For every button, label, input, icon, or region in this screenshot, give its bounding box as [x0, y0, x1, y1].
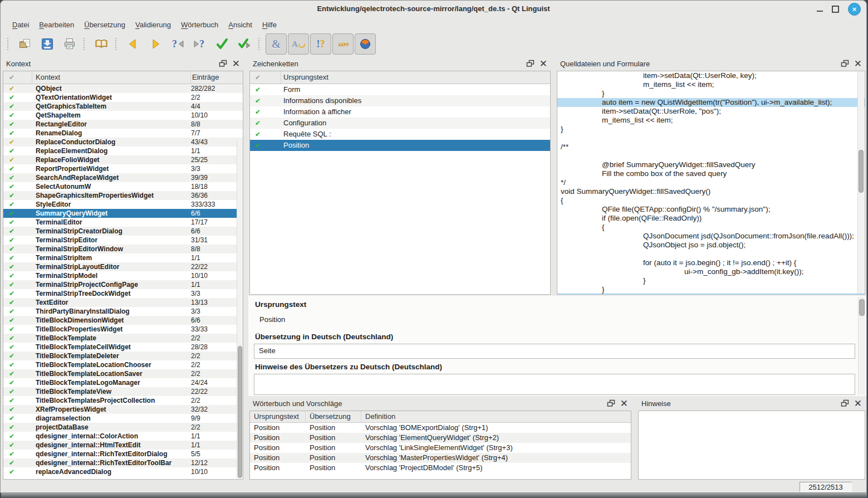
menu-item[interactable]: Hilfe: [257, 18, 282, 31]
place-markers-toggle[interactable]: [355, 33, 376, 55]
suggestion-row[interactable]: Position Position Vorschlag 'ProjectDBMo…: [250, 463, 631, 473]
phrasebook-table-header[interactable]: Ursprungstext Übersetzung Definition: [250, 411, 631, 423]
close-icon[interactable]: ✕: [620, 399, 628, 408]
table-row[interactable]: ✔ TerminalStripEditorWindow 8/8: [3, 245, 243, 253]
float-icon[interactable]: [219, 60, 227, 67]
column-header-definition[interactable]: Definition: [361, 411, 631, 422]
column-header-uebersetzung[interactable]: Übersetzung: [306, 411, 361, 422]
phrasebook-button[interactable]: [91, 33, 112, 55]
menu-item[interactable]: Wörterbuch: [176, 18, 223, 31]
table-row[interactable]: ✔ TitleBlockTemplateDeleter 2/2: [3, 351, 243, 360]
table-row[interactable]: ✔ ReplaceFolioWidget 25/25: [3, 155, 243, 164]
table-row[interactable]: ✔ TitleBlockTemplateLogoManager 24/24: [3, 378, 243, 387]
previous-button[interactable]: [122, 33, 144, 55]
context-table-header[interactable]: ✔ Kontext Einträge: [3, 71, 243, 84]
menu-item[interactable]: Bearbeiten: [34, 18, 79, 31]
string-row[interactable]: ✔ Requête SQL :: [250, 129, 550, 140]
close-icon[interactable]: ✕: [854, 399, 862, 408]
done-and-next-button[interactable]: [234, 33, 255, 55]
table-row[interactable]: ✔ SearchAndReplaceWidget 39/39: [3, 173, 243, 182]
table-row[interactable]: ✔ TitleBlockTemplateLocationSaver 2/2: [3, 369, 243, 378]
column-header-ursprungstext[interactable]: Ursprungstext: [281, 71, 550, 84]
table-row[interactable]: ✔ qdesigner_internal::HtmlTextEdit 1/1: [3, 441, 243, 450]
table-row[interactable]: ✔ ShapeGraphicsItemPropertiesWidget 36/3…: [3, 191, 243, 200]
menu-item[interactable]: Übersetzung: [79, 18, 130, 31]
surrounding-whitespace-toggle[interactable]: A: [288, 33, 309, 55]
column-header-kontext[interactable]: Kontext: [32, 71, 191, 84]
string-row[interactable]: ✔ Information à afficher: [250, 106, 550, 118]
table-row[interactable]: ✔ QetGraphicsTableItem 4/4: [3, 102, 243, 111]
table-row[interactable]: ✔ SummaryQueryWidget 6/6: [3, 209, 243, 218]
ending-punctuation-toggle[interactable]: !?: [310, 33, 331, 55]
table-row[interactable]: ✔ qdesigner_internal::RichTextEditorTool…: [3, 458, 243, 467]
done-button[interactable]: [212, 33, 233, 55]
translation-input[interactable]: Seite: [254, 344, 855, 359]
close-icon[interactable]: ✕: [232, 59, 240, 69]
scrollbar[interactable]: [858, 297, 865, 395]
table-row[interactable]: ✔ TitleBlockTemplateView 22/22: [3, 387, 243, 396]
phrase-matches-toggle[interactable]: “”: [332, 33, 354, 55]
table-row[interactable]: ✔ TerminalStripEditor 31/31: [3, 236, 243, 245]
table-row[interactable]: ✔ SelectAutonumW 18/18: [3, 182, 243, 191]
table-row[interactable]: ✔ projectDataBase 2/2: [3, 423, 243, 432]
table-row[interactable]: ✔ RenameDialog 7/7: [3, 129, 243, 138]
table-row[interactable]: ✔ TerminalStripProjectConfigPage 1/1: [3, 280, 243, 289]
table-row[interactable]: ✔ TerminalStripModel 10/10: [3, 271, 243, 280]
previous-unfinished-button[interactable]: ?: [167, 33, 188, 55]
menu-item[interactable]: Datei: [7, 18, 34, 31]
table-row[interactable]: ✔ TitleBlockTemplatesProjectCollection 2…: [3, 396, 243, 405]
table-row[interactable]: ✔ TitleBlockTemplateCellWidget 28/28: [3, 343, 243, 351]
table-row[interactable]: ✔ ThirdPartyBinaryInstallDialog 3/3: [3, 307, 243, 316]
open-button[interactable]: [14, 33, 36, 55]
scrollbar-thumb[interactable]: [859, 150, 864, 193]
string-row[interactable]: ✔ Informations disponibles: [250, 95, 550, 106]
table-row[interactable]: ✔ QTextOrientationWidget 2/2: [3, 93, 243, 102]
scrollbar-thumb[interactable]: [238, 346, 242, 478]
table-row[interactable]: ✔ TerminalEditor 17/17: [3, 218, 243, 227]
table-row[interactable]: ✔ TitleBlockTemplateLocationChooser 2/2: [3, 360, 243, 369]
table-row[interactable]: ✔ TerminalStripLayoutEditor 22/22: [3, 262, 243, 271]
suggestion-row[interactable]: Position Position Vorschlag 'ElementQuer…: [250, 433, 631, 443]
table-row[interactable]: ✔ StyleEditor 333/333: [3, 200, 243, 209]
accelerators-toggle[interactable]: &: [266, 33, 287, 55]
table-row[interactable]: ✔ ReplaceElementDialog 1/1: [3, 147, 243, 155]
table-row[interactable]: ✔ ReplaceConductorDialog 43/43: [3, 138, 243, 147]
close-icon[interactable]: ✕: [540, 59, 547, 69]
close-icon[interactable]: ×: [848, 3, 861, 16]
float-icon[interactable]: [526, 60, 534, 67]
table-row[interactable]: ✔ XRefPropertiesWidget 32/32: [3, 405, 243, 414]
table-row[interactable]: ✔ TerminalStripCreatorDialog 6/6: [3, 227, 243, 236]
table-row[interactable]: ✔ RectangleEditor 8/8: [3, 120, 243, 129]
table-row[interactable]: ✔ TerminalStripTreeDockWidget 3/3: [3, 289, 243, 298]
table-row[interactable]: ✔ TitleBlockTemplate 2/2: [3, 334, 243, 343]
close-icon[interactable]: ✕: [854, 59, 862, 69]
suggestion-row[interactable]: Position Position Vorschlag 'LinkSingleE…: [250, 443, 631, 453]
suggestion-row[interactable]: Position Position Vorschlag 'MasterPrope…: [250, 453, 631, 463]
next-button[interactable]: [145, 33, 166, 55]
scrollbar[interactable]: [857, 72, 864, 294]
table-row[interactable]: ✔ TitleBlockDimensionWidget 6/6: [3, 316, 243, 325]
suggestion-row[interactable]: Position Position Vorschlag 'BOMExportDi…: [250, 423, 631, 433]
menu-item[interactable]: Ansicht: [223, 18, 257, 31]
table-row[interactable]: ✔ TerminalStripItem 1/1: [3, 253, 243, 262]
float-icon[interactable]: [841, 60, 849, 67]
column-header-ursprungstext[interactable]: Ursprungstext: [250, 411, 306, 422]
table-row[interactable]: ✔ QObject 282/282: [3, 84, 243, 93]
toolbar-handle[interactable]: [7, 38, 11, 50]
table-row[interactable]: ✔ qdesigner_internal::RichTextEditorDial…: [3, 450, 243, 458]
menu-item[interactable]: Validierung: [130, 18, 176, 31]
print-button[interactable]: [59, 33, 80, 55]
table-row[interactable]: ✔ qdesigner_internal::ColorAction 1/1: [3, 432, 243, 441]
scrollbar[interactable]: [237, 140, 243, 479]
string-row[interactable]: ✔ Form: [250, 84, 550, 95]
table-row[interactable]: ✔ QetShapeItem 10/10: [3, 111, 243, 120]
float-icon[interactable]: [607, 399, 615, 407]
table-row[interactable]: ✔ ReportPropertieWidget 3/3: [3, 164, 243, 173]
string-row[interactable]: ✔ Position: [250, 140, 550, 151]
string-row[interactable]: ✔ Configuration: [250, 118, 550, 129]
column-header-eintraege[interactable]: Einträge: [191, 71, 243, 84]
scrollbar-thumb[interactable]: [859, 299, 865, 316]
table-row[interactable]: ✔ TitleBlockPropertiesWidget 33/33: [3, 325, 243, 334]
table-row[interactable]: ✔ diagramselection 9/9: [3, 414, 243, 423]
next-unfinished-button[interactable]: ?: [189, 33, 210, 55]
